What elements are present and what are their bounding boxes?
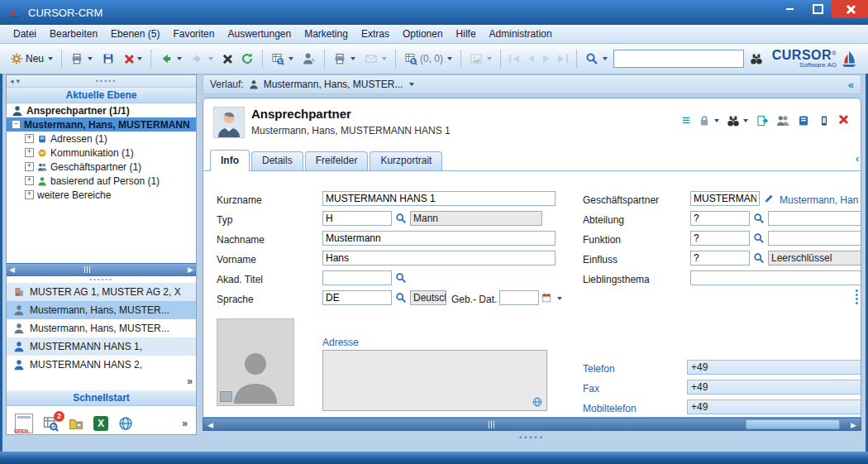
geschaeftspartner-edit-button[interactable]	[763, 193, 775, 204]
quickstart-more-chevron[interactable]: »	[182, 418, 188, 429]
collapse-expander-icon[interactable]: −	[12, 120, 21, 129]
mobiltelefon-field[interactable]: +49	[687, 399, 861, 414]
previous-record-button[interactable]	[525, 48, 537, 69]
funktion-lookup-button[interactable]	[753, 232, 765, 244]
menu-bearbeiten[interactable]: Bearbeiten	[43, 26, 104, 42]
scrollbar-grip[interactable]	[489, 421, 494, 428]
typ-input[interactable]	[322, 211, 392, 226]
chevron-down-icon[interactable]	[409, 83, 414, 86]
new-button[interactable]: Neu	[7, 48, 56, 69]
geburtsdatum-input[interactable]	[499, 290, 539, 305]
scroll-right-icon[interactable]: ▶	[851, 421, 856, 429]
menu-administration[interactable]: Administration	[483, 26, 559, 42]
minimize-button[interactable]	[775, 0, 804, 18]
list-item[interactable]: MUSTERMANN HANS 1,	[7, 337, 196, 356]
tree-item-basierend-auf-person[interactable]: + basierend auf Person (1)	[7, 174, 196, 188]
cancel-button[interactable]	[219, 48, 235, 69]
list-item[interactable]: MUSTERMANN HANS 2,	[7, 356, 196, 374]
menu-ebenen[interactable]: Ebenen (5)	[104, 26, 166, 42]
tree-item-adressen[interactable]: + Adressen (1)	[7, 132, 196, 146]
funktion-description-input[interactable]	[768, 231, 861, 246]
print-button[interactable]	[67, 48, 96, 69]
edit-person-button[interactable]	[299, 48, 319, 69]
quickstart-excel-button[interactable]: X	[93, 416, 108, 431]
tab-kurzportrait[interactable]: Kurzportrait	[370, 151, 442, 170]
close-button[interactable]	[832, 0, 868, 18]
tab-details[interactable]: Details	[251, 151, 303, 170]
menu-optionen[interactable]: Optionen	[396, 26, 450, 42]
tree-item-geschaeftspartner[interactable]: + Geschäftspartner (1)	[7, 160, 196, 174]
tree-item-selected-contact[interactable]: − Mustermann, Hans, MUSTERMANN	[7, 117, 196, 132]
telefon-label[interactable]: Telefon	[583, 363, 615, 375]
tab-info[interactable]: Info	[210, 150, 250, 171]
lock-button[interactable]	[698, 114, 719, 127]
search-list-button[interactable]	[268, 48, 297, 69]
funktion-input[interactable]	[690, 231, 750, 246]
abteilung-lookup-button[interactable]	[753, 213, 765, 224]
mobile-button[interactable]	[818, 114, 831, 127]
mobiltelefon-label[interactable]: Mobiltelefon	[583, 403, 637, 414]
kurzname-input[interactable]	[322, 191, 556, 206]
scrollbar-thumb[interactable]	[746, 419, 840, 429]
scroll-right-icon[interactable]: ▶	[188, 266, 193, 274]
quickstart-folder-button[interactable]	[68, 415, 84, 432]
history-collapse-chevron[interactable]: «	[848, 79, 854, 91]
scroll-left-icon[interactable]: ◀	[9, 266, 15, 274]
akad-titel-input[interactable]	[322, 270, 392, 285]
expand-expander-icon[interactable]: +	[25, 162, 34, 171]
list-more-chevron[interactable]: »	[187, 376, 193, 387]
record-search-button[interactable]	[727, 114, 748, 127]
collapse-left-icon[interactable]: ◂	[10, 77, 14, 85]
fax-field[interactable]: +49	[687, 380, 861, 395]
contacts-button[interactable]	[776, 114, 789, 127]
delete-button[interactable]	[121, 48, 145, 69]
history-entry[interactable]: Mustermann, Hans, MUSTER...	[264, 79, 403, 90]
einfluss-lookup-button[interactable]	[753, 252, 765, 264]
refresh-button[interactable]	[237, 48, 257, 69]
tab-freifelder[interactable]: Freifelder	[305, 151, 369, 170]
tree-item-kommunikation[interactable]: + Kommunikation (1)	[7, 146, 196, 160]
mail-button[interactable]	[361, 48, 390, 69]
first-record-button[interactable]	[506, 48, 522, 69]
chevron-down-icon[interactable]	[557, 297, 562, 300]
photo-upload-icon[interactable]	[220, 391, 232, 402]
close-record-button[interactable]	[838, 115, 849, 126]
print-record-button[interactable]	[330, 48, 359, 69]
address-book-button[interactable]	[797, 114, 810, 127]
next-record-button[interactable]	[540, 48, 552, 69]
list-item[interactable]: MUSTER AG 1, MUSTER AG 2, X	[7, 283, 196, 301]
expand-expander-icon[interactable]: +	[25, 190, 34, 199]
expand-expander-icon[interactable]: +	[25, 134, 34, 143]
quickstart-open-calendar-button[interactable]: OPEN	[15, 414, 33, 433]
menu-extras[interactable]: Extras	[355, 26, 396, 42]
list-item-selected[interactable]: Mustermann, Hans, MUSTER...	[7, 301, 196, 319]
back-button[interactable]	[156, 48, 185, 69]
sidebar-splitter-top[interactable]: ◂ ▾ •••••	[7, 75, 196, 88]
nachname-input[interactable]	[322, 231, 556, 246]
quickstart-web-button[interactable]	[117, 415, 134, 432]
sidebar-horizontal-scrollbar[interactable]: ◀ ▶	[7, 263, 196, 276]
save-button[interactable]	[98, 48, 118, 69]
menu-favoriten[interactable]: Favoriten	[166, 26, 221, 42]
tree-item-weitere-bereiche[interactable]: + weitere Bereiche	[7, 188, 196, 202]
quickstart-tasks-button[interactable]: 2	[42, 415, 59, 432]
adresse-field[interactable]	[322, 350, 547, 411]
scroll-left-icon[interactable]: ◀	[207, 421, 213, 429]
expand-expander-icon[interactable]: +	[25, 176, 34, 185]
tree-item-ansprechpartner[interactable]: Ansprechpartner (1/1)	[7, 103, 196, 117]
lieblingsthema-input[interactable]	[690, 270, 861, 285]
menu-hilfe[interactable]: Hilfe	[450, 26, 483, 42]
find-button[interactable]	[746, 48, 766, 69]
vorname-input[interactable]	[322, 251, 556, 265]
record-menu-button[interactable]: ≡	[682, 113, 690, 127]
expand-expander-icon[interactable]: +	[25, 148, 34, 157]
forward-button[interactable]	[188, 48, 217, 69]
bottom-splitter-dots[interactable]: •••••	[203, 433, 861, 442]
menu-auswertungen[interactable]: Auswertungen	[221, 26, 298, 42]
abteilung-description-input[interactable]	[768, 211, 861, 226]
person-search-button[interactable]	[582, 48, 611, 69]
abteilung-input[interactable]	[690, 211, 750, 226]
list-item[interactable]: Mustermann, Hans, MUSTER...	[7, 319, 196, 337]
akad-titel-lookup-button[interactable]	[395, 272, 407, 284]
telefon-field[interactable]: +49	[687, 360, 861, 375]
